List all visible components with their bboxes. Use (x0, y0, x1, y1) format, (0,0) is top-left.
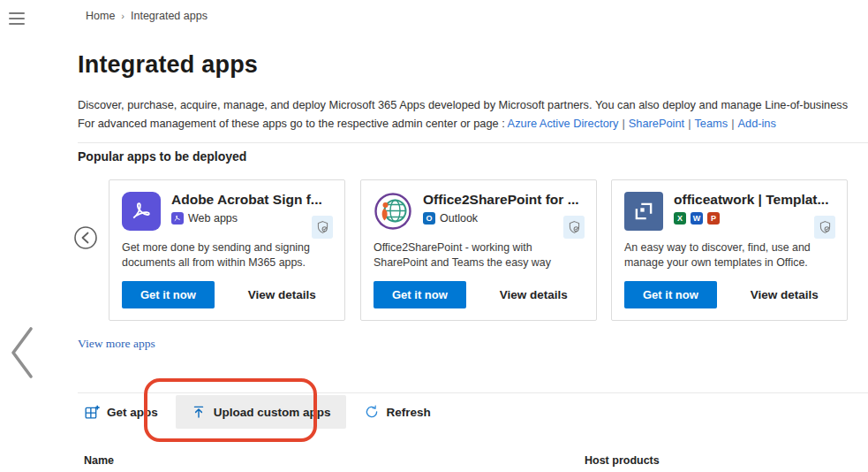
certified-shield-icon (814, 216, 835, 239)
view-details-button[interactable]: View details (248, 288, 316, 301)
app-card-title: Adobe Acrobat Sign f... (171, 192, 322, 208)
app-card-title: Office2SharePoint for ... (423, 192, 579, 208)
popular-apps-heading: Popular apps to be deployed (78, 149, 246, 164)
refresh-icon (364, 404, 380, 420)
upload-custom-apps-label: Upload custom apps (214, 406, 331, 419)
upload-arrow-icon (191, 404, 207, 420)
view-details-button[interactable]: View details (500, 288, 568, 301)
chevron-right-icon: › (121, 11, 125, 21)
apps-toolbar: Get apps Upload custom apps Refresh (78, 395, 436, 429)
link-add-ins[interactable]: Add-ins (738, 117, 776, 130)
officeatwork-icon (624, 192, 663, 231)
section-divider (78, 142, 868, 143)
toolbar-divider (78, 392, 868, 393)
host-products-label: Web apps (188, 212, 238, 225)
word-icon: W (691, 212, 703, 225)
app-card-description: An easy way to discover, find, use and m… (624, 240, 834, 270)
view-more-apps-link[interactable]: View more apps (78, 337, 155, 351)
link-separator: | (684, 117, 694, 130)
table-header-host-products[interactable]: Host products (585, 454, 660, 467)
intro-line2-prefix: For advanced management of these apps go… (78, 117, 505, 130)
apps-grid-add-icon (83, 404, 100, 421)
app-card-description: Office2SharePoint - working with SharePo… (374, 240, 584, 270)
certified-shield-icon (563, 216, 585, 239)
get-it-now-button[interactable]: Get it now (624, 281, 717, 308)
intro-line2: For advanced management of these apps go… (78, 114, 868, 133)
breadcrumb-home[interactable]: Home (86, 10, 115, 22)
link-sharepoint[interactable]: SharePoint (629, 117, 684, 130)
breadcrumb-current: Integrated apps (131, 10, 208, 22)
hamburger-menu-icon[interactable] (9, 12, 25, 25)
upload-custom-apps-button[interactable]: Upload custom apps (176, 395, 346, 429)
adobe-mini-icon (171, 212, 184, 225)
carousel-previous-button[interactable] (73, 225, 98, 250)
app-card-officeatwork[interactable]: officeatwork | Templat... X W P An easy … (611, 179, 848, 321)
app-card-description: Get more done by sending and signing doc… (122, 240, 332, 270)
get-it-now-button[interactable]: Get it now (122, 281, 215, 308)
chevron-left-circle-icon (73, 225, 98, 250)
powerpoint-icon: P (707, 212, 720, 225)
intro-line1: Discover, purchase, acquire, manage, and… (78, 95, 868, 114)
view-details-button[interactable]: View details (751, 288, 819, 301)
chevron-left-icon[interactable] (5, 324, 37, 385)
outlook-icon: O (423, 212, 435, 225)
excel-icon: X (674, 212, 686, 225)
get-apps-button[interactable]: Get apps (78, 395, 163, 429)
host-products-label: Outlook (440, 212, 478, 225)
get-apps-label: Get apps (107, 406, 158, 419)
refresh-label: Refresh (387, 406, 431, 419)
table-header-name[interactable]: Name (84, 454, 114, 467)
app-card-adobe-acrobat-sign[interactable]: Adobe Acrobat Sign f... Web apps Get mor… (109, 179, 345, 321)
link-separator: | (618, 117, 628, 130)
page-title: Integrated apps (78, 51, 258, 79)
certified-shield-icon (312, 216, 333, 239)
link-teams[interactable]: Teams (694, 117, 728, 130)
integrated-apps-page: Home › Integrated apps Integrated apps D… (0, 0, 868, 472)
app-card-title: officeatwork | Templat... (674, 192, 828, 208)
app-card-office2sharepoint[interactable]: Office2SharePoint for ... O Outlook Offi… (360, 179, 597, 321)
intro-text: Discover, purchase, acquire, manage, and… (78, 95, 868, 133)
adobe-acrobat-sign-icon (122, 192, 161, 231)
link-azure-active-directory[interactable]: Azure Active Directory (508, 117, 619, 130)
breadcrumb: Home › Integrated apps (86, 10, 208, 22)
refresh-button[interactable]: Refresh (359, 395, 436, 429)
office2sharepoint-icon (374, 192, 412, 231)
link-separator: | (728, 117, 737, 130)
get-it-now-button[interactable]: Get it now (374, 281, 466, 308)
